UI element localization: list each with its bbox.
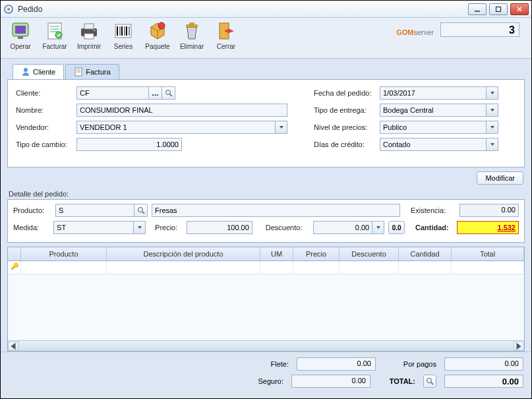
grid-col-producto[interactable]: Producto (21, 247, 107, 261)
brand-area: GOMserver 3 (396, 20, 526, 39)
grid-hscrollbar[interactable] (8, 340, 524, 351)
grid-header: Producto Descripción del producto UM Pre… (8, 247, 524, 261)
nivel-dropdown-arrow[interactable] (487, 121, 498, 134)
exit-icon (216, 20, 237, 42)
tab-cliente-label: Cliente (33, 68, 55, 76)
modificar-button[interactable]: Modificar (477, 171, 523, 185)
nivel-select[interactable] (380, 121, 487, 134)
grid-col-selector[interactable] (8, 247, 21, 261)
fecha-input[interactable] (380, 86, 487, 100)
precio-label: Precio: (155, 224, 183, 231)
vendedor-dropdown-arrow[interactable] (276, 121, 287, 134)
svg-rect-7 (15, 26, 26, 34)
operar-icon (10, 20, 31, 42)
imprimir-button[interactable]: Imprimir (74, 20, 103, 50)
svg-point-17 (94, 30, 96, 32)
descuento-dropdown-arrow[interactable] (372, 221, 384, 234)
tab-cliente[interactable]: Cliente (13, 64, 64, 79)
paquete-label: Paquete (145, 43, 169, 50)
dias-dropdown-arrow[interactable] (487, 138, 498, 151)
document-number: 3 (440, 22, 519, 37)
scroll-left-button[interactable] (8, 342, 18, 351)
series-button[interactable]: Series (109, 20, 138, 50)
vendedor-select[interactable] (76, 121, 276, 134)
producto-search-button[interactable] (134, 204, 148, 217)
operar-button[interactable]: Operar (6, 20, 35, 50)
cliente-browse-button[interactable]: … (149, 86, 162, 100)
total-value: 0.00 (444, 375, 523, 388)
brand-logo: GOMserver (396, 20, 434, 39)
total-search-button[interactable] (423, 375, 436, 388)
cliente-search-button[interactable] (162, 86, 175, 100)
detail-section-label: Detalle del pedido: (9, 190, 523, 198)
svg-point-1 (7, 8, 10, 11)
grid-col-cantidad[interactable]: Cantidad (399, 247, 452, 261)
medida-dropdown-arrow[interactable] (134, 221, 146, 234)
svg-rect-15 (84, 24, 94, 29)
flete-value: 0.00 (297, 357, 376, 371)
toolbar: Operar Facturar Imprimir Series Paquete … (1, 18, 531, 59)
svg-line-35 (170, 94, 172, 96)
cantidad-input[interactable] (457, 221, 519, 234)
items-grid: Producto Descripción del producto UM Pre… (7, 247, 525, 352)
svg-line-37 (142, 212, 144, 214)
svg-rect-3 (496, 7, 501, 11)
scroll-right-button[interactable] (514, 342, 524, 351)
maximize-button[interactable] (489, 3, 508, 15)
grid-filter-row[interactable]: 🔑 (8, 261, 524, 274)
producto-label: Producto: (13, 206, 51, 214)
svg-rect-8 (18, 36, 23, 39)
cerrar-label: Cerrar (217, 43, 235, 50)
grid-col-precio[interactable]: Precio (293, 247, 340, 261)
nivel-label: Nivel de precios: (314, 123, 380, 131)
tipoentrega-dropdown-arrow[interactable] (487, 104, 498, 117)
grid-empty-area (8, 274, 524, 340)
package-icon (147, 20, 168, 42)
tipoentrega-select[interactable] (380, 104, 487, 117)
cantidad-label: Cantidad: (415, 224, 453, 231)
detail-panel: Producto: Existencia: 0.00 Medida: Preci… (7, 199, 525, 243)
fecha-dropdown-arrow[interactable] (487, 86, 498, 100)
descuento-input[interactable] (313, 221, 372, 234)
svg-line-39 (431, 383, 433, 384)
facturar-button[interactable]: Facturar (40, 20, 69, 50)
close-button[interactable] (510, 3, 529, 15)
series-label: Series (114, 43, 133, 50)
footer: Flete: 0.00 Por pagos 0.00 Seguro: 0.00 … (1, 352, 531, 398)
minimize-button[interactable] (468, 3, 487, 15)
person-icon (21, 67, 30, 77)
grid-col-total[interactable]: Total (452, 247, 524, 261)
medida-select[interactable] (53, 221, 134, 234)
titlebar: Pedido (1, 1, 531, 18)
svg-point-34 (165, 90, 170, 95)
filter-icon: 🔑 (8, 261, 21, 274)
vendedor-label: Vendedor: (16, 123, 76, 131)
tipocambio-input[interactable] (76, 138, 182, 151)
facturar-icon (44, 20, 65, 42)
tab-factura[interactable]: Factura (65, 64, 119, 79)
invoice-icon (74, 67, 83, 77)
precio-input[interactable] (187, 221, 252, 234)
dias-label: Días de crédito: (314, 140, 380, 148)
grid-col-um[interactable]: UM (260, 247, 293, 261)
nombre-input[interactable] (76, 104, 287, 117)
svg-rect-27 (190, 23, 194, 25)
tab-factura-label: Factura (86, 68, 110, 76)
cliente-input[interactable] (76, 86, 149, 100)
paquete-button[interactable]: Paquete (143, 20, 172, 50)
app-icon (3, 4, 14, 15)
grid-col-descripcion[interactable]: Descripción del producto (107, 247, 260, 261)
producto-code-input[interactable] (55, 204, 134, 217)
eliminar-button[interactable]: Eliminar (177, 20, 206, 50)
dias-select[interactable] (380, 138, 487, 151)
zero-button[interactable]: 0.0 (388, 221, 405, 234)
cerrar-button[interactable]: Cerrar (212, 20, 241, 50)
tabbar: Cliente Factura (13, 64, 525, 79)
eliminar-label: Eliminar (180, 43, 204, 50)
grid-col-descuento[interactable]: Descuento (340, 247, 399, 261)
barcode-icon (113, 20, 134, 42)
cliente-label: Cliente: (16, 89, 76, 97)
tipocambio-label: Tipo de cambio: (16, 140, 76, 148)
producto-name-input[interactable] (152, 204, 400, 217)
svg-rect-16 (84, 34, 94, 39)
